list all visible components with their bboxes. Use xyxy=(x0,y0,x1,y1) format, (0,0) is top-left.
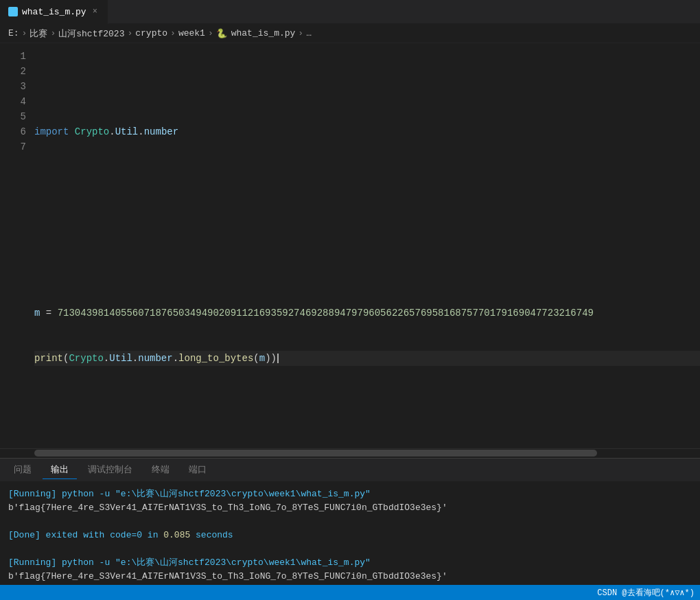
terminal-running-2: [Running] python -u "e:\比赛\山河shctf2023\c… xyxy=(8,557,371,568)
terminal-done: [Done] exited with code=0 in 0.085 secon… xyxy=(8,530,233,540)
panel-tab-terminal[interactable]: 终端 xyxy=(143,461,178,479)
breadcrumb-drive: E: xyxy=(8,28,19,38)
breadcrumb-file[interactable]: what_is_m.py xyxy=(231,28,296,38)
terminal-line-7: b'flag{7Here_4re_S3Ver41_AI7ErNAT1V3S_to… xyxy=(8,570,692,584)
terminal-running-1: [Running] python -u "e:\比赛\山河shctf2023\c… xyxy=(8,489,371,499)
tab-bar: what_is_m.py × xyxy=(0,0,700,24)
status-bar: CSDN @去看海吧(*∧▽∧*) xyxy=(0,585,700,600)
breadcrumb-folder1[interactable]: 比赛 xyxy=(30,27,47,40)
code-line-1 xyxy=(34,79,700,94)
tab-close-button[interactable]: × xyxy=(91,6,100,17)
code-line-5 xyxy=(34,260,700,275)
code-line-6: m = 713043981405560718765034949020911216… xyxy=(34,305,700,321)
terminal-output: [Running] python -u "e:\比赛\山河shctf2023\c… xyxy=(0,482,700,600)
line-numbers: 1 2 3 4 5 6 7 xyxy=(0,43,34,448)
code-line-4 xyxy=(34,215,700,230)
code-line-7: print(Crypto.Util.number.long_to_bytes(m… xyxy=(34,351,700,366)
scrollbar-thumb[interactable] xyxy=(34,450,597,457)
python-file-icon xyxy=(8,7,18,16)
breadcrumb-file-icon: 🐍 xyxy=(216,28,227,39)
code-line-2: import Crypto.Util.number xyxy=(34,124,700,139)
panel-tab-ports[interactable]: 端口 xyxy=(180,461,215,479)
terminal-line-6: [Running] python -u "e:\比赛\山河shctf2023\c… xyxy=(8,556,692,570)
terminal-output-1: b'flag{7Here_4re_S3Ver41_AI7ErNAT1V3S_to… xyxy=(8,503,447,513)
horizontal-scrollbar[interactable] xyxy=(0,448,700,458)
breadcrumb-folder3[interactable]: crypto xyxy=(135,28,167,38)
code-content[interactable]: import Crypto.Util.number m = 7130439814… xyxy=(34,43,700,448)
panel-tabs: 问题 输出 调试控制台 终端 端口 xyxy=(0,458,700,482)
tab-what-is-m[interactable]: what_is_m.py × xyxy=(0,0,108,24)
tab-filename: what_is_m.py xyxy=(22,7,86,17)
breadcrumb-folder4[interactable]: week1 xyxy=(178,28,205,38)
terminal-line-2: b'flag{7Here_4re_S3Ver41_AI7ErNAT1V3S_to… xyxy=(8,501,692,515)
terminal-output-2: b'flag{7Here_4re_S3Ver41_AI7ErNAT1V3S_to… xyxy=(8,571,447,581)
code-line-3 xyxy=(34,170,700,185)
breadcrumb: E: › 比赛 › 山河shctf2023 › crypto › week1 ›… xyxy=(0,24,700,43)
terminal-line-3 xyxy=(8,515,692,529)
panel-tab-output[interactable]: 输出 xyxy=(43,461,77,479)
panel-tab-problems[interactable]: 问题 xyxy=(5,461,40,479)
editor-area: 1 2 3 4 5 6 7 import Crypto.Util.number … xyxy=(0,43,700,448)
breadcrumb-ellipsis: … xyxy=(306,28,312,38)
panel-tab-debug[interactable]: 调试控制台 xyxy=(80,461,141,479)
terminal-line-5 xyxy=(8,542,692,556)
terminal-line-1: [Running] python -u "e:\比赛\山河shctf2023\c… xyxy=(8,487,692,501)
breadcrumb-folder2[interactable]: 山河shctf2023 xyxy=(58,27,124,40)
scrollbar-track[interactable] xyxy=(34,450,700,457)
terminal-line-4: [Done] exited with code=0 in 0.085 secon… xyxy=(8,529,692,542)
csdn-watermark: CSDN @去看海吧(*∧▽∧*) xyxy=(597,587,695,599)
